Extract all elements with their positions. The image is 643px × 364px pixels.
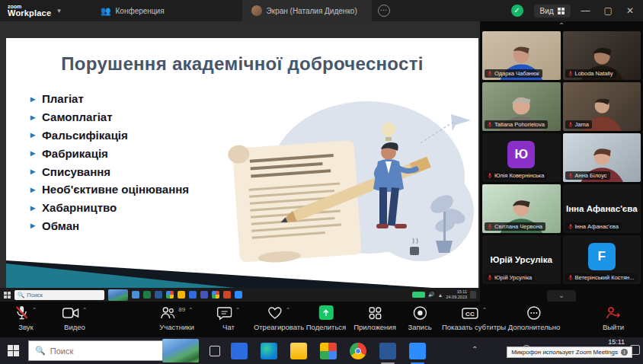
more-ellipsis-icon <box>526 305 542 321</box>
scroll-up-chevron-icon[interactable]: ⌃ <box>480 21 643 31</box>
more-button[interactable]: Дополнительно <box>508 305 560 331</box>
chrome-icon <box>166 291 174 299</box>
chevron-up-icon[interactable]: ⌃ <box>82 307 88 314</box>
shared-screen-pane: Порушення академічної доброчесності ▸Пла… <box>0 21 480 302</box>
file-explorer-icon[interactable] <box>290 343 307 359</box>
widgets-weather-icon[interactable] <box>162 339 199 362</box>
zoom-window: zoom Workplace ▾ 👥 Конференция Экран (На… <box>0 0 643 364</box>
scroll-down-chevron-icon[interactable]: ⌄ <box>547 290 576 302</box>
slide-corner-decoration <box>6 250 433 288</box>
slide-illustration <box>222 97 474 265</box>
share-screen-button[interactable]: Поделиться <box>306 305 346 331</box>
bullet-icon: ▸ <box>30 185 35 194</box>
list-item: ▸Плагіат <box>30 90 189 108</box>
search-input[interactable] <box>50 346 142 356</box>
toolbar-label: Звук <box>18 323 33 331</box>
chevron-up-icon[interactable]: ⌃ <box>482 307 488 314</box>
zoom-app-icon[interactable] <box>409 343 426 359</box>
list-item: ▸Фальсифікація <box>30 126 189 145</box>
participant-nameplate: Інна Афанас'єва <box>565 222 622 231</box>
participant-name: Loboda Nataliy <box>575 70 613 77</box>
participant-name: Ветерінський Костян... <box>575 274 635 281</box>
view-button[interactable]: Вид <box>534 5 571 18</box>
taskbar-search-box[interactable]: 🔍 <box>28 340 164 361</box>
word-icon[interactable] <box>379 343 396 359</box>
participant-tile[interactable]: Світлана Червона <box>482 184 561 233</box>
chevron-up-icon[interactable]: ⌃ <box>286 307 291 314</box>
brand-bottom: Workplace <box>8 9 51 18</box>
participant-tile[interactable]: Одарка Чабанюк <box>482 31 561 80</box>
presenter-taskbar: 🔍 Поиск 🔊 ▲ 15:11 24.09.2023 <box>0 288 480 302</box>
toolbar-label: Поделиться <box>306 323 346 331</box>
participants-icon <box>160 305 175 321</box>
windows-start-button[interactable] <box>8 345 19 356</box>
video-button[interactable]: ⌃ Видео <box>62 305 88 331</box>
participant-tile[interactable]: Ю Юлія Ковернінська <box>482 133 561 182</box>
participant-tile[interactable]: Jama <box>563 82 641 131</box>
participant-tile[interactable]: Юрій Урсуліка Юрій Урсуліка <box>482 235 561 284</box>
react-button[interactable]: ⌃ Отреагировать <box>254 305 304 331</box>
record-icon <box>412 305 427 321</box>
chevron-up-icon[interactable]: ⌃ <box>188 307 194 314</box>
chevron-down-icon[interactable]: ▾ <box>57 7 61 14</box>
captions-button[interactable]: CC ⌃ Показать субтитры <box>442 305 506 331</box>
toolbar-label: Чат <box>222 323 235 331</box>
security-shield-icon[interactable]: ✓ <box>511 5 523 17</box>
task-view-icon[interactable] <box>210 346 220 356</box>
participant-nameplate: Світлана Червона <box>485 222 545 231</box>
tray-chevron-up-icon[interactable]: ⌃ <box>472 345 478 353</box>
participant-nameplate: Loboda Nataliy <box>565 69 616 78</box>
presenter-date: 24.09.2023 <box>446 295 467 300</box>
photos-icon[interactable] <box>320 343 337 359</box>
participant-tile[interactable]: Loboda Nataliy <box>563 31 641 80</box>
word-icon <box>155 291 162 299</box>
tab-conference[interactable]: 👥 Конференция <box>91 0 174 21</box>
tab-options-icon[interactable]: ⋯ <box>378 5 390 17</box>
camera-icon <box>62 305 79 321</box>
muted-mic-icon <box>488 275 492 281</box>
info-icon: i <box>621 349 628 356</box>
folder-icon <box>178 291 185 299</box>
list-item: ▸Фабрикація <box>30 144 189 162</box>
chrome-icon[interactable] <box>350 343 366 359</box>
apps-button[interactable]: Приложения <box>353 305 396 331</box>
participant-name: Інна Афанас'єва <box>575 223 619 230</box>
participant-tile[interactable]: F Ветерінський Костян... <box>563 235 641 284</box>
maximize-button[interactable]: ▢ <box>604 5 613 16</box>
participants-button[interactable]: 89 ⌃ Участники <box>159 305 194 331</box>
chevron-up-icon[interactable]: ⌃ <box>235 307 241 314</box>
participants-count-badge: 89 <box>178 306 185 313</box>
bullet-icon: ▸ <box>30 167 35 176</box>
close-button[interactable]: ✕ <box>626 5 634 16</box>
participant-tile[interactable]: Інна Афанас'єва Інна Афанас'єва <box>563 184 641 233</box>
toolbar-label: Приложения <box>353 323 396 331</box>
system-tray: ⌃ 15:11 Микрофон использует Zoom Meeting… <box>472 337 643 364</box>
participant-tile[interactable]: Анна Білоус <box>563 133 641 182</box>
minimize-button[interactable]: — <box>581 5 590 16</box>
app-icon <box>200 291 208 299</box>
record-button[interactable]: Запись <box>408 305 431 331</box>
edge-icon[interactable] <box>261 343 277 359</box>
toolbar-label: Участники <box>159 323 194 331</box>
participant-name: Tatiana Pohorielova <box>494 121 545 128</box>
bullet-text: Фальсифікація <box>42 129 128 142</box>
bullet-text: Самоплагіат <box>42 110 112 123</box>
participant-nameplate: Юлія Ковернінська <box>485 171 547 180</box>
mute-button[interactable]: ⌃ Звук <box>15 305 37 331</box>
meeting-toolbar: ⌃ Звук ⌃ Видео 89 <box>0 302 643 337</box>
bullet-icon: ▸ <box>30 130 35 139</box>
battery-icon <box>412 292 425 298</box>
tab-screen-share[interactable]: Экран (Наталия Диденко) <box>242 0 372 21</box>
presenter-time: 15:11 <box>446 289 467 295</box>
teams-icon[interactable] <box>231 343 248 359</box>
slide-title: Порушення академічної доброчесності <box>6 53 478 75</box>
leave-button[interactable]: Выйти <box>603 305 624 331</box>
participant-tile[interactable]: Tatiana Pohorielova <box>482 82 561 131</box>
bullet-text: Обман <box>42 219 79 232</box>
participant-name: Світлана Червона <box>494 223 542 230</box>
chevron-up-icon[interactable]: ⌃ <box>32 307 37 314</box>
volume-icon: 🔊 <box>428 292 435 298</box>
participant-name: Юрій Урсуліка <box>494 274 532 281</box>
chat-button[interactable]: ⌃ Чат <box>217 305 241 331</box>
presentation-slide: Порушення академічної доброчесності ▸Пла… <box>6 38 478 288</box>
